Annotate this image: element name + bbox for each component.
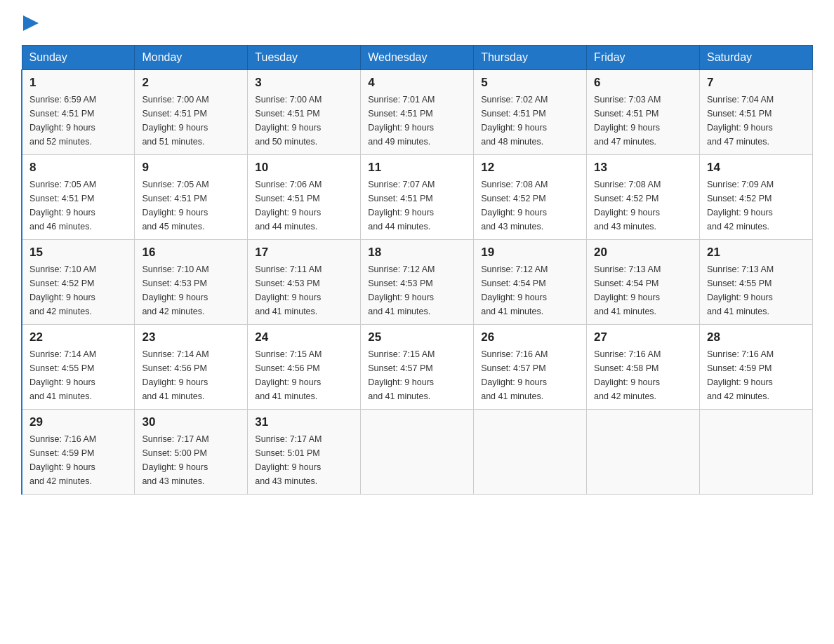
day-info: Sunrise: 7:17 AMSunset: 5:01 PMDaylight:… [255,432,353,488]
day-info: Sunrise: 7:00 AMSunset: 4:51 PMDaylight:… [142,93,240,149]
day-number: 10 [255,161,353,175]
day-info: Sunrise: 7:13 AMSunset: 4:54 PMDaylight:… [594,262,692,318]
calendar-day-cell: 14Sunrise: 7:09 AMSunset: 4:52 PMDayligh… [700,155,813,240]
day-info: Sunrise: 7:13 AMSunset: 4:55 PMDaylight:… [707,262,805,318]
calendar-day-cell: 27Sunrise: 7:16 AMSunset: 4:58 PMDayligh… [587,325,700,410]
calendar-day-cell [587,410,700,495]
day-info: Sunrise: 7:10 AMSunset: 4:53 PMDaylight:… [142,262,240,318]
day-number: 14 [707,161,805,175]
day-info: Sunrise: 7:00 AMSunset: 4:51 PMDaylight:… [255,93,353,149]
calendar-week-row: 8Sunrise: 7:05 AMSunset: 4:51 PMDaylight… [22,155,813,240]
calendar-day-cell: 24Sunrise: 7:15 AMSunset: 4:56 PMDayligh… [248,325,361,410]
calendar-day-cell: 3Sunrise: 7:00 AMSunset: 4:51 PMDaylight… [248,70,361,155]
day-number: 29 [29,415,127,429]
day-number: 21 [707,246,805,260]
day-number: 1 [29,76,127,90]
calendar-day-cell: 26Sunrise: 7:16 AMSunset: 4:57 PMDayligh… [474,325,587,410]
day-number: 27 [594,330,692,344]
calendar-day-cell: 30Sunrise: 7:17 AMSunset: 5:00 PMDayligh… [135,410,248,495]
day-of-week-header: Friday [587,46,700,70]
logo-text [21,14,39,31]
page-header [21,14,813,31]
day-number: 18 [368,246,466,260]
day-number: 2 [142,76,240,90]
day-info: Sunrise: 7:16 AMSunset: 4:58 PMDaylight:… [594,347,692,403]
day-info: Sunrise: 6:59 AMSunset: 4:51 PMDaylight:… [29,93,127,149]
day-info: Sunrise: 7:16 AMSunset: 4:59 PMDaylight:… [29,432,127,488]
svg-marker-0 [23,15,39,31]
calendar-week-row: 15Sunrise: 7:10 AMSunset: 4:52 PMDayligh… [22,240,813,325]
calendar-day-cell: 15Sunrise: 7:10 AMSunset: 4:52 PMDayligh… [22,240,135,325]
day-of-week-header: Thursday [474,46,587,70]
calendar-header: SundayMondayTuesdayWednesdayThursdayFrid… [22,46,813,70]
day-number: 22 [29,330,127,344]
calendar-day-cell: 7Sunrise: 7:04 AMSunset: 4:51 PMDaylight… [700,70,813,155]
calendar-day-cell: 25Sunrise: 7:15 AMSunset: 4:57 PMDayligh… [361,325,474,410]
day-number: 11 [368,161,466,175]
calendar-day-cell: 23Sunrise: 7:14 AMSunset: 4:56 PMDayligh… [135,325,248,410]
day-of-week-header: Sunday [22,46,135,70]
day-number: 31 [255,415,353,429]
calendar-day-cell: 22Sunrise: 7:14 AMSunset: 4:55 PMDayligh… [22,325,135,410]
day-number: 7 [707,76,805,90]
day-number: 12 [481,161,579,175]
day-info: Sunrise: 7:16 AMSunset: 4:57 PMDaylight:… [481,347,579,403]
day-info: Sunrise: 7:02 AMSunset: 4:51 PMDaylight:… [481,93,579,149]
calendar-day-cell: 18Sunrise: 7:12 AMSunset: 4:53 PMDayligh… [361,240,474,325]
day-number: 3 [255,76,353,90]
day-info: Sunrise: 7:17 AMSunset: 5:00 PMDaylight:… [142,432,240,488]
day-number: 25 [368,330,466,344]
calendar-day-cell: 20Sunrise: 7:13 AMSunset: 4:54 PMDayligh… [587,240,700,325]
calendar-day-cell: 17Sunrise: 7:11 AMSunset: 4:53 PMDayligh… [248,240,361,325]
calendar-day-cell: 28Sunrise: 7:16 AMSunset: 4:59 PMDayligh… [700,325,813,410]
calendar-day-cell: 9Sunrise: 7:05 AMSunset: 4:51 PMDaylight… [135,155,248,240]
day-number: 13 [594,161,692,175]
calendar-day-cell: 12Sunrise: 7:08 AMSunset: 4:52 PMDayligh… [474,155,587,240]
day-info: Sunrise: 7:15 AMSunset: 4:57 PMDaylight:… [368,347,466,403]
days-of-week-row: SundayMondayTuesdayWednesdayThursdayFrid… [22,46,813,70]
calendar-week-row: 22Sunrise: 7:14 AMSunset: 4:55 PMDayligh… [22,325,813,410]
calendar-day-cell [474,410,587,495]
day-info: Sunrise: 7:07 AMSunset: 4:51 PMDaylight:… [368,177,466,234]
day-info: Sunrise: 7:10 AMSunset: 4:52 PMDaylight:… [29,262,127,318]
day-of-week-header: Tuesday [248,46,361,70]
day-info: Sunrise: 7:04 AMSunset: 4:51 PMDaylight:… [707,93,805,149]
day-info: Sunrise: 7:03 AMSunset: 4:51 PMDaylight:… [594,93,692,149]
day-info: Sunrise: 7:06 AMSunset: 4:51 PMDaylight:… [255,177,353,234]
calendar-day-cell: 4Sunrise: 7:01 AMSunset: 4:51 PMDaylight… [361,70,474,155]
day-info: Sunrise: 7:11 AMSunset: 4:53 PMDaylight:… [255,262,353,318]
day-info: Sunrise: 7:12 AMSunset: 4:54 PMDaylight:… [481,262,579,318]
day-info: Sunrise: 7:08 AMSunset: 4:52 PMDaylight:… [594,177,692,234]
day-number: 17 [255,246,353,260]
calendar-day-cell: 2Sunrise: 7:00 AMSunset: 4:51 PMDaylight… [135,70,248,155]
day-number: 19 [481,246,579,260]
calendar-body: 1Sunrise: 6:59 AMSunset: 4:51 PMDaylight… [22,70,813,495]
day-info: Sunrise: 7:08 AMSunset: 4:52 PMDaylight:… [481,177,579,234]
day-info: Sunrise: 7:14 AMSunset: 4:56 PMDaylight:… [142,347,240,403]
day-number: 15 [29,246,127,260]
calendar-day-cell [700,410,813,495]
day-info: Sunrise: 7:16 AMSunset: 4:59 PMDaylight:… [707,347,805,403]
day-of-week-header: Monday [135,46,248,70]
calendar-day-cell [361,410,474,495]
day-number: 24 [255,330,353,344]
day-info: Sunrise: 7:05 AMSunset: 4:51 PMDaylight:… [142,177,240,234]
day-number: 9 [142,161,240,175]
day-number: 30 [142,415,240,429]
calendar-day-cell: 31Sunrise: 7:17 AMSunset: 5:01 PMDayligh… [248,410,361,495]
day-number: 6 [594,76,692,90]
day-number: 28 [707,330,805,344]
logo-triangle-icon [23,15,39,31]
calendar-day-cell: 21Sunrise: 7:13 AMSunset: 4:55 PMDayligh… [700,240,813,325]
day-info: Sunrise: 7:15 AMSunset: 4:56 PMDaylight:… [255,347,353,403]
day-info: Sunrise: 7:09 AMSunset: 4:52 PMDaylight:… [707,177,805,234]
day-number: 26 [481,330,579,344]
day-number: 5 [481,76,579,90]
calendar-day-cell: 10Sunrise: 7:06 AMSunset: 4:51 PMDayligh… [248,155,361,240]
day-info: Sunrise: 7:14 AMSunset: 4:55 PMDaylight:… [29,347,127,403]
day-number: 23 [142,330,240,344]
day-number: 8 [29,161,127,175]
day-number: 4 [368,76,466,90]
calendar-day-cell: 6Sunrise: 7:03 AMSunset: 4:51 PMDaylight… [587,70,700,155]
day-number: 16 [142,246,240,260]
